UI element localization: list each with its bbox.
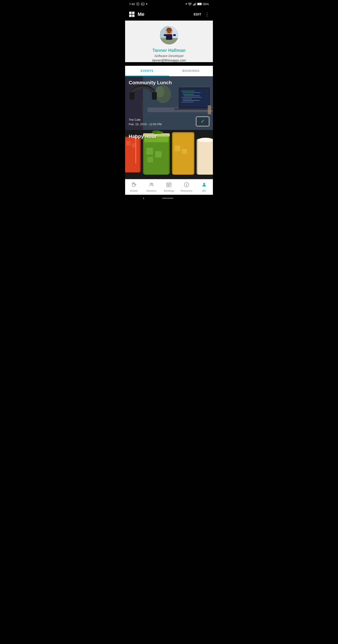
svg-rect-34 bbox=[181, 91, 195, 92]
svg-point-56 bbox=[156, 131, 163, 134]
svg-rect-5 bbox=[194, 4, 194, 5]
svg-rect-45 bbox=[208, 105, 211, 114]
tab-events[interactable]: EVENTS bbox=[125, 66, 169, 76]
svg-rect-42 bbox=[174, 108, 213, 110]
svg-rect-23 bbox=[164, 34, 166, 36]
svg-rect-64 bbox=[182, 149, 187, 154]
svg-rect-63 bbox=[175, 146, 180, 151]
event-1-location: The Cafe bbox=[129, 118, 162, 122]
svg-point-67 bbox=[198, 138, 213, 142]
svg-rect-66 bbox=[198, 140, 213, 175]
svg-rect-57 bbox=[146, 148, 153, 154]
status-bar: 7:40 • • bbox=[125, 0, 213, 8]
svg-point-70 bbox=[150, 183, 151, 184]
status-time: 7:40 bbox=[129, 2, 135, 6]
beer-icon bbox=[131, 182, 136, 189]
svg-rect-39 bbox=[183, 98, 192, 99]
svg-rect-35 bbox=[183, 92, 201, 93]
svg-point-71 bbox=[152, 183, 153, 184]
gesture-bar: ‹ bbox=[125, 195, 213, 202]
photo-icon bbox=[141, 2, 145, 6]
svg-rect-44 bbox=[152, 92, 157, 100]
status-left: 7:40 • bbox=[129, 2, 147, 6]
event-1-check-button[interactable]: ✓ bbox=[196, 116, 209, 126]
svg-point-80 bbox=[203, 183, 205, 185]
svg-rect-62 bbox=[173, 133, 193, 175]
svg-rect-43 bbox=[130, 92, 134, 100]
svg-rect-37 bbox=[184, 96, 200, 96]
profile-email: tanner@lithiosapps.com bbox=[129, 58, 209, 62]
signal-icon bbox=[193, 2, 196, 6]
top-bar-actions: EDIT ⋮ bbox=[194, 12, 209, 17]
svg-point-79 bbox=[186, 183, 187, 184]
event-card-community-lunch[interactable]: Community Lunch The Cafe Feb. 15, 2019 -… bbox=[125, 76, 213, 130]
svg-point-2 bbox=[142, 3, 143, 4]
svg-point-25 bbox=[168, 31, 168, 32]
svg-rect-41 bbox=[181, 102, 194, 102]
nav-label-directory: Directory bbox=[147, 190, 156, 192]
calendar-icon bbox=[166, 182, 172, 189]
status-right: • 95% bbox=[186, 2, 209, 6]
edit-button[interactable]: EDIT bbox=[194, 12, 201, 16]
svg-point-3 bbox=[190, 5, 190, 6]
svg-rect-12 bbox=[132, 12, 134, 14]
events-content: Community Lunch The Cafe Feb. 15, 2019 -… bbox=[125, 76, 213, 179]
event-2-title: Happy Hour bbox=[129, 134, 157, 139]
nav-item-bookings[interactable]: Bookings bbox=[160, 182, 178, 192]
check-icon: ✓ bbox=[201, 118, 205, 124]
svg-rect-24 bbox=[173, 34, 176, 36]
svg-rect-6 bbox=[195, 3, 195, 5]
wifi-icon bbox=[188, 2, 192, 6]
page-title: Me bbox=[138, 12, 194, 17]
profile-job-title: Software Developer bbox=[129, 54, 209, 58]
profile-name: Tanner Hallman bbox=[129, 48, 209, 53]
nav-item-events[interactable]: Events bbox=[125, 182, 143, 192]
more-menu-icon[interactable]: ⋮ bbox=[205, 12, 209, 17]
tab-bookings[interactable]: BOOKINGS bbox=[169, 66, 213, 76]
battery-percent: 95% bbox=[203, 2, 209, 6]
svg-rect-69 bbox=[135, 184, 136, 185]
info-icon bbox=[184, 182, 189, 189]
avatar-container bbox=[129, 25, 209, 45]
svg-rect-75 bbox=[170, 185, 170, 185]
gesture-pill bbox=[162, 198, 173, 199]
nav-item-resources[interactable]: Resources bbox=[178, 182, 195, 192]
svg-rect-73 bbox=[168, 185, 168, 185]
svg-rect-38 bbox=[181, 97, 202, 98]
svg-rect-58 bbox=[155, 151, 162, 158]
svg-rect-11 bbox=[129, 12, 132, 14]
nav-label-bookings: Bookings bbox=[164, 190, 174, 192]
event-1-title: Community Lunch bbox=[129, 80, 172, 86]
svg-rect-9 bbox=[202, 4, 202, 5]
bottom-nav: Events Directory bbox=[125, 179, 213, 195]
tabs-bar: EVENTS BOOKINGS bbox=[125, 66, 213, 76]
battery-icon bbox=[197, 2, 202, 6]
svg-rect-77 bbox=[169, 186, 169, 186]
nav-item-directory[interactable]: Directory bbox=[143, 182, 160, 192]
event-card-happy-hour[interactable]: Happy Hour bbox=[125, 130, 213, 179]
event-1-datetime: Feb. 15, 2019 - 12:00 PM bbox=[129, 122, 162, 126]
svg-rect-76 bbox=[168, 186, 168, 186]
svg-rect-49 bbox=[126, 141, 131, 146]
avatar bbox=[159, 25, 179, 45]
svg-rect-59 bbox=[147, 157, 153, 162]
svg-rect-36 bbox=[183, 94, 194, 94]
nav-item-me[interactable]: Me bbox=[195, 182, 213, 192]
svg-point-26 bbox=[170, 31, 170, 32]
building-icon bbox=[129, 11, 135, 18]
back-arrow[interactable]: ‹ bbox=[143, 196, 144, 200]
event-1-info: The Cafe Feb. 15, 2019 - 12:00 PM bbox=[129, 118, 162, 126]
profile-card: Tanner Hallman Software Developer tanner… bbox=[125, 20, 213, 62]
person-icon bbox=[202, 182, 207, 189]
svg-rect-7 bbox=[196, 2, 196, 5]
nav-label-me: Me bbox=[202, 190, 206, 192]
spotify-icon bbox=[136, 2, 140, 6]
people-icon bbox=[149, 182, 154, 189]
phone-frame: 7:40 • • bbox=[125, 0, 213, 202]
nav-label-resources: Resources bbox=[181, 190, 193, 192]
svg-rect-68 bbox=[132, 183, 135, 186]
svg-rect-13 bbox=[129, 14, 132, 17]
top-bar: Me EDIT ⋮ bbox=[125, 8, 213, 20]
signal-dot: • bbox=[186, 2, 187, 6]
svg-rect-14 bbox=[132, 14, 134, 17]
